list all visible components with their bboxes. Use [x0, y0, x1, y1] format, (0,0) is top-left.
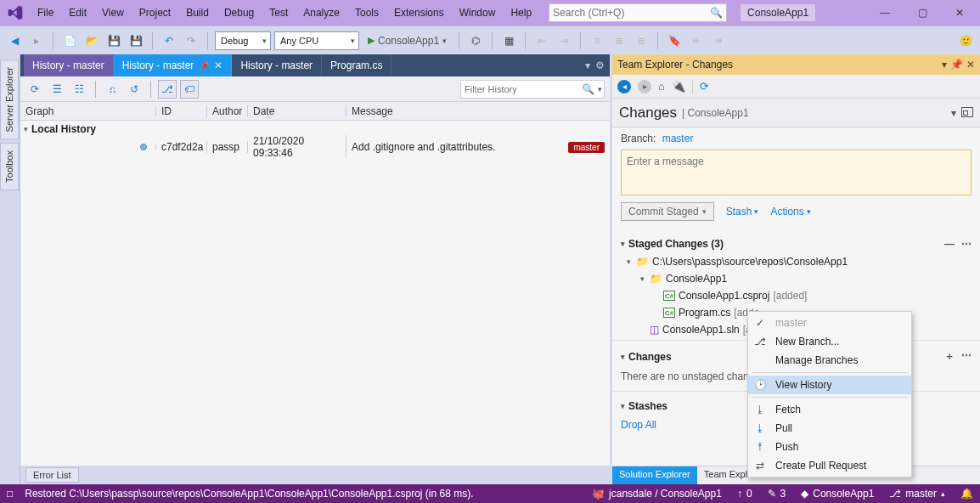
- show-branches-toggle[interactable]: ⎇: [158, 80, 177, 99]
- ctx-view-history[interactable]: 🕑 View History: [748, 376, 911, 394]
- compare-icon[interactable]: ⎌: [103, 80, 121, 99]
- menu-build[interactable]: Build: [179, 3, 216, 22]
- connect-icon[interactable]: 🔌: [672, 80, 685, 93]
- menu-window[interactable]: Window: [453, 3, 503, 22]
- ctx-pull[interactable]: ⭳ Pull: [748, 419, 911, 438]
- prev-bm-icon[interactable]: ↞: [687, 31, 706, 50]
- error-list-tab[interactable]: Error List: [25, 467, 79, 483]
- col-date[interactable]: Date: [248, 105, 346, 117]
- indent-more-icon[interactable]: ⇥: [555, 31, 573, 50]
- tree-file-csproj[interactable]: C# ConsoleApp1.csproj [added]: [624, 287, 972, 304]
- commit-staged-button[interactable]: Commit Staged ▾: [621, 202, 714, 221]
- refresh-icon[interactable]: ⟳: [25, 80, 44, 99]
- branch-indicator[interactable]: ⎇master▴: [889, 488, 945, 500]
- col-id[interactable]: ID: [156, 105, 207, 117]
- tab-history-master-2[interactable]: History - master 📌 ✕: [114, 54, 233, 76]
- save-all-icon[interactable]: 💾: [127, 31, 145, 50]
- revert-icon[interactable]: ↺: [125, 80, 144, 99]
- commit-message-box[interactable]: [621, 150, 972, 195]
- redo-icon[interactable]: ↷: [182, 31, 200, 50]
- tree-project[interactable]: ▾📁 ConsoleApp1: [624, 270, 972, 287]
- unpushed-count[interactable]: ↑0: [737, 488, 752, 500]
- ctx-fetch[interactable]: ⭳ Fetch: [748, 400, 911, 419]
- stash-dropdown[interactable]: Stash▾: [726, 206, 759, 218]
- next-bm-icon[interactable]: ↠: [709, 31, 728, 50]
- menu-debug[interactable]: Debug: [217, 3, 261, 22]
- nav-back-icon[interactable]: ◀: [5, 31, 24, 50]
- menu-project[interactable]: Project: [132, 3, 177, 22]
- dropdown-icon[interactable]: ▾: [942, 59, 947, 71]
- tab-overflow-icon[interactable]: ▾: [585, 59, 590, 71]
- tool-b-icon[interactable]: ▦: [499, 31, 518, 50]
- quick-launch-input[interactable]: [553, 7, 710, 19]
- staged-changes-header[interactable]: ▾ Staged Changes (3) — ⋯: [621, 235, 972, 253]
- undo-icon[interactable]: ↶: [160, 31, 178, 50]
- open-icon[interactable]: 📂: [82, 31, 101, 50]
- solution-explorer-tab[interactable]: Solution Explorer: [612, 466, 697, 484]
- close-icon[interactable]: ✕: [214, 59, 222, 71]
- ctx-create-pr[interactable]: ⇄ Create Pull Request: [748, 456, 911, 475]
- menu-help[interactable]: Help: [504, 3, 538, 22]
- pin-icon[interactable]: 📌: [199, 61, 209, 71]
- branch-link[interactable]: master: [662, 133, 694, 144]
- history-filter[interactable]: 🔍 ▾: [460, 80, 605, 99]
- simple-view-icon[interactable]: ☰: [48, 80, 66, 99]
- menu-extensions[interactable]: Extensions: [387, 3, 451, 22]
- commit-row[interactable]: c7df2d2a passp 21/10/2020 09:33:46 Add .…: [20, 138, 610, 156]
- comment-icon[interactable]: ≣: [610, 31, 628, 50]
- menu-tools[interactable]: Tools: [348, 3, 386, 22]
- col-message[interactable]: Message: [346, 105, 610, 117]
- home-icon[interactable]: ⌂: [658, 80, 665, 93]
- tab-program-cs[interactable]: Program.cs: [322, 54, 391, 76]
- nav-fwd-icon[interactable]: ▸: [638, 80, 651, 93]
- align-icon[interactable]: ≡: [588, 31, 606, 50]
- indent-less-icon[interactable]: ⇤: [532, 31, 551, 50]
- maximize-button[interactable]: ▢: [910, 7, 934, 19]
- menu-view[interactable]: View: [95, 3, 131, 22]
- quick-launch[interactable]: 🔍: [549, 3, 727, 22]
- save-icon[interactable]: 💾: [104, 31, 123, 50]
- minimize-button[interactable]: —: [873, 7, 897, 19]
- tab-settings-icon[interactable]: ⚙: [595, 59, 605, 71]
- menu-test[interactable]: Test: [262, 3, 295, 22]
- chevron-down-icon[interactable]: ▾: [598, 85, 602, 93]
- tool-a-icon[interactable]: ⌬: [466, 31, 485, 50]
- server-explorer-tab[interactable]: Server Explorer: [0, 59, 19, 139]
- history-filter-input[interactable]: [465, 84, 582, 94]
- close-button[interactable]: ✕: [948, 7, 972, 19]
- ctx-push[interactable]: ⭱ Push: [748, 438, 911, 456]
- start-debug-button[interactable]: ▶ ConsoleApp1 ▾: [363, 31, 452, 50]
- col-author[interactable]: Author: [207, 105, 248, 117]
- tab-history-master-1[interactable]: History - master: [24, 54, 114, 76]
- detail-view-icon[interactable]: ☷: [70, 80, 88, 99]
- tree-root[interactable]: ▾📁 C:\Users\passp\source\repos\ConsoleAp…: [624, 253, 972, 270]
- tab-history-master-3[interactable]: History - master: [232, 54, 322, 76]
- github-user[interactable]: 🐙jcansdale / ConsoleApp1: [592, 488, 722, 500]
- ctx-new-branch[interactable]: ⎇ New Branch...: [748, 332, 911, 351]
- nav-forward-icon[interactable]: ▸: [27, 31, 46, 50]
- unstage-all-icon[interactable]: —: [944, 238, 955, 250]
- commit-message-input[interactable]: [627, 155, 966, 189]
- refresh-icon[interactable]: ⟳: [700, 80, 709, 93]
- more-icon[interactable]: ⋯: [961, 238, 972, 250]
- menu-file[interactable]: File: [31, 3, 60, 22]
- bookmark-icon[interactable]: 🔖: [665, 31, 684, 50]
- nav-back-icon[interactable]: ◂: [617, 80, 631, 93]
- more-icon[interactable]: ⋯: [961, 349, 972, 364]
- menu-edit[interactable]: Edit: [62, 3, 93, 22]
- show-tags-toggle[interactable]: 🏷: [180, 80, 199, 99]
- col-graph[interactable]: Graph: [20, 105, 156, 117]
- feedback-icon[interactable]: 🙂: [956, 31, 975, 50]
- uncomment-icon[interactable]: ≣: [632, 31, 651, 50]
- menu-analyze[interactable]: Analyze: [296, 3, 346, 22]
- maximize-icon[interactable]: [961, 107, 973, 117]
- platform-dropdown[interactable]: Any CPU: [274, 31, 359, 50]
- page-dropdown-icon[interactable]: ▾: [951, 107, 956, 119]
- actions-dropdown[interactable]: Actions▾: [770, 206, 810, 218]
- ctx-manage-branches[interactable]: Manage Branches: [748, 351, 911, 370]
- notifications-icon[interactable]: 🔔: [960, 488, 973, 500]
- pin-icon[interactable]: 📌: [950, 59, 963, 71]
- toolbox-tab[interactable]: Toolbox: [0, 143, 19, 190]
- pending-edits[interactable]: ✎3: [768, 488, 786, 500]
- repo-indicator[interactable]: ◆ConsoleApp1: [801, 488, 874, 500]
